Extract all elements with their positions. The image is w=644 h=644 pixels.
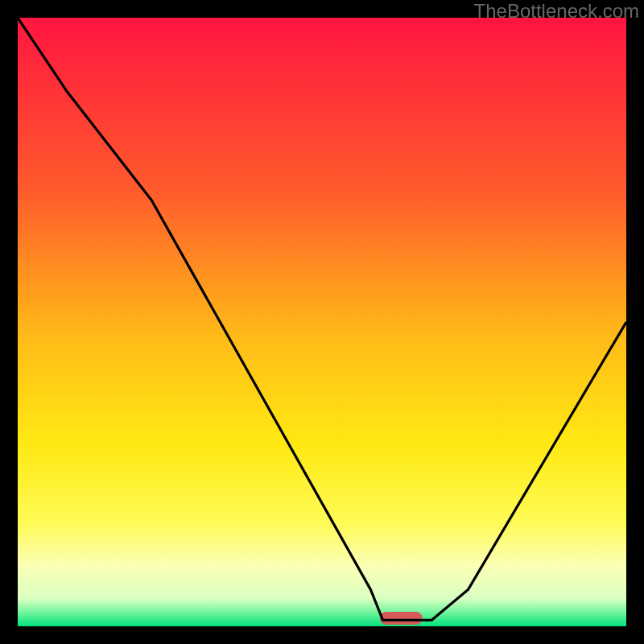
optimal-marker — [380, 612, 423, 625]
chart-svg — [18, 18, 626, 626]
plot-area — [18, 18, 626, 626]
chart-frame: TheBottleneck.com — [0, 0, 644, 644]
gradient-background — [18, 18, 626, 626]
